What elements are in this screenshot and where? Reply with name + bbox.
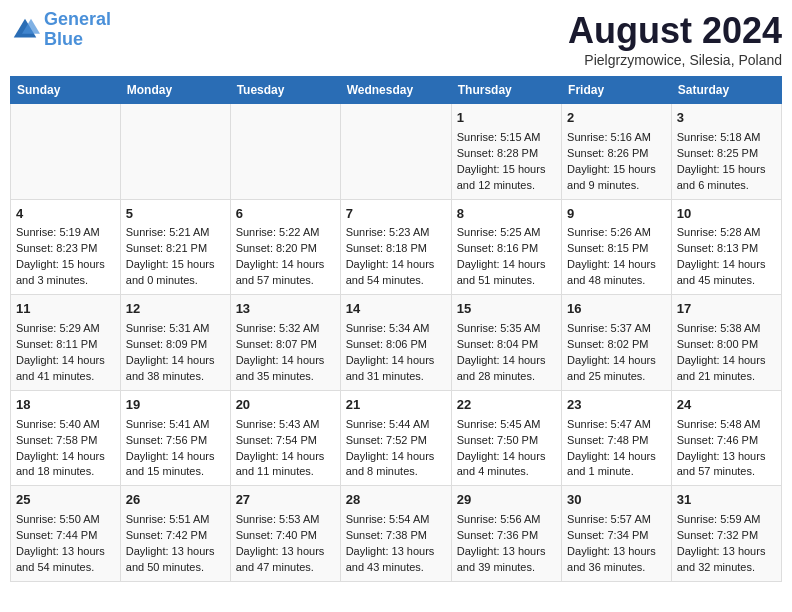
day-info: Sunset: 8:21 PM bbox=[126, 241, 225, 257]
day-info: Sunrise: 5:18 AM bbox=[677, 130, 776, 146]
day-number: 9 bbox=[567, 205, 666, 224]
day-info: Sunset: 7:36 PM bbox=[457, 528, 556, 544]
day-info: Sunset: 7:52 PM bbox=[346, 433, 446, 449]
day-info: and 36 minutes. bbox=[567, 560, 666, 576]
day-number: 16 bbox=[567, 300, 666, 319]
day-info: and 47 minutes. bbox=[236, 560, 335, 576]
location-subtitle: Pielgrzymowice, Silesia, Poland bbox=[568, 52, 782, 68]
day-info: Sunset: 8:00 PM bbox=[677, 337, 776, 353]
day-info: Sunrise: 5:50 AM bbox=[16, 512, 115, 528]
calendar-cell: 17Sunrise: 5:38 AMSunset: 8:00 PMDayligh… bbox=[671, 295, 781, 391]
day-info: Sunrise: 5:32 AM bbox=[236, 321, 335, 337]
weekday-header: Saturday bbox=[671, 77, 781, 104]
day-info: Daylight: 14 hours bbox=[16, 353, 115, 369]
day-info: Daylight: 13 hours bbox=[457, 544, 556, 560]
day-info: Sunrise: 5:26 AM bbox=[567, 225, 666, 241]
calendar-cell: 11Sunrise: 5:29 AMSunset: 8:11 PMDayligh… bbox=[11, 295, 121, 391]
day-number: 31 bbox=[677, 491, 776, 510]
day-info: Daylight: 13 hours bbox=[677, 449, 776, 465]
calendar-table: SundayMondayTuesdayWednesdayThursdayFrid… bbox=[10, 76, 782, 582]
calendar-cell: 26Sunrise: 5:51 AMSunset: 7:42 PMDayligh… bbox=[120, 486, 230, 582]
day-info: Sunrise: 5:37 AM bbox=[567, 321, 666, 337]
weekday-header: Tuesday bbox=[230, 77, 340, 104]
calendar-cell: 24Sunrise: 5:48 AMSunset: 7:46 PMDayligh… bbox=[671, 390, 781, 486]
day-info: Sunset: 8:02 PM bbox=[567, 337, 666, 353]
day-info: Sunset: 8:07 PM bbox=[236, 337, 335, 353]
day-number: 29 bbox=[457, 491, 556, 510]
day-info: Sunset: 8:06 PM bbox=[346, 337, 446, 353]
day-info: Sunrise: 5:23 AM bbox=[346, 225, 446, 241]
month-title: August 2024 bbox=[568, 10, 782, 52]
day-info: Sunrise: 5:59 AM bbox=[677, 512, 776, 528]
calendar-week-row: 1Sunrise: 5:15 AMSunset: 8:28 PMDaylight… bbox=[11, 104, 782, 200]
day-number: 30 bbox=[567, 491, 666, 510]
calendar-header: SundayMondayTuesdayWednesdayThursdayFrid… bbox=[11, 77, 782, 104]
day-info: Sunset: 8:15 PM bbox=[567, 241, 666, 257]
page-header: General Blue August 2024 Pielgrzymowice,… bbox=[10, 10, 782, 68]
day-info: and 39 minutes. bbox=[457, 560, 556, 576]
day-info: and 6 minutes. bbox=[677, 178, 776, 194]
day-info: Daylight: 13 hours bbox=[677, 544, 776, 560]
day-info: Daylight: 13 hours bbox=[567, 544, 666, 560]
day-number: 14 bbox=[346, 300, 446, 319]
day-info: Sunrise: 5:48 AM bbox=[677, 417, 776, 433]
day-info: Sunset: 8:04 PM bbox=[457, 337, 556, 353]
day-info: and 3 minutes. bbox=[16, 273, 115, 289]
day-number: 19 bbox=[126, 396, 225, 415]
day-number: 2 bbox=[567, 109, 666, 128]
calendar-cell bbox=[120, 104, 230, 200]
day-info: Daylight: 13 hours bbox=[16, 544, 115, 560]
day-info: and 57 minutes. bbox=[677, 464, 776, 480]
calendar-body: 1Sunrise: 5:15 AMSunset: 8:28 PMDaylight… bbox=[11, 104, 782, 582]
calendar-cell: 8Sunrise: 5:25 AMSunset: 8:16 PMDaylight… bbox=[451, 199, 561, 295]
day-info: Sunset: 8:25 PM bbox=[677, 146, 776, 162]
day-info: Sunset: 8:16 PM bbox=[457, 241, 556, 257]
day-info: Sunrise: 5:41 AM bbox=[126, 417, 225, 433]
calendar-cell: 6Sunrise: 5:22 AMSunset: 8:20 PMDaylight… bbox=[230, 199, 340, 295]
day-number: 18 bbox=[16, 396, 115, 415]
day-info: Sunset: 7:54 PM bbox=[236, 433, 335, 449]
day-info: Sunset: 7:48 PM bbox=[567, 433, 666, 449]
weekday-header: Sunday bbox=[11, 77, 121, 104]
day-info: and 54 minutes. bbox=[346, 273, 446, 289]
day-info: Sunrise: 5:31 AM bbox=[126, 321, 225, 337]
day-info: and 4 minutes. bbox=[457, 464, 556, 480]
header-row: SundayMondayTuesdayWednesdayThursdayFrid… bbox=[11, 77, 782, 104]
day-info: Sunrise: 5:53 AM bbox=[236, 512, 335, 528]
day-info: Sunrise: 5:28 AM bbox=[677, 225, 776, 241]
day-info: Daylight: 15 hours bbox=[457, 162, 556, 178]
day-info: Daylight: 14 hours bbox=[677, 257, 776, 273]
day-info: Sunset: 7:34 PM bbox=[567, 528, 666, 544]
day-info: and 21 minutes. bbox=[677, 369, 776, 385]
day-info: Sunset: 7:44 PM bbox=[16, 528, 115, 544]
day-number: 3 bbox=[677, 109, 776, 128]
calendar-cell: 3Sunrise: 5:18 AMSunset: 8:25 PMDaylight… bbox=[671, 104, 781, 200]
day-info: Sunset: 8:23 PM bbox=[16, 241, 115, 257]
day-number: 26 bbox=[126, 491, 225, 510]
day-info: Daylight: 15 hours bbox=[567, 162, 666, 178]
calendar-week-row: 11Sunrise: 5:29 AMSunset: 8:11 PMDayligh… bbox=[11, 295, 782, 391]
calendar-cell: 30Sunrise: 5:57 AMSunset: 7:34 PMDayligh… bbox=[562, 486, 672, 582]
day-info: and 15 minutes. bbox=[126, 464, 225, 480]
day-number: 28 bbox=[346, 491, 446, 510]
day-info: Sunset: 7:46 PM bbox=[677, 433, 776, 449]
logo-text: General Blue bbox=[44, 10, 111, 50]
day-info: Daylight: 14 hours bbox=[677, 353, 776, 369]
day-number: 12 bbox=[126, 300, 225, 319]
calendar-cell: 9Sunrise: 5:26 AMSunset: 8:15 PMDaylight… bbox=[562, 199, 672, 295]
day-number: 22 bbox=[457, 396, 556, 415]
day-number: 5 bbox=[126, 205, 225, 224]
day-info: Sunrise: 5:25 AM bbox=[457, 225, 556, 241]
day-info: and 35 minutes. bbox=[236, 369, 335, 385]
calendar-cell: 15Sunrise: 5:35 AMSunset: 8:04 PMDayligh… bbox=[451, 295, 561, 391]
day-info: Daylight: 14 hours bbox=[457, 257, 556, 273]
day-info: Daylight: 14 hours bbox=[346, 353, 446, 369]
day-info: Daylight: 14 hours bbox=[236, 257, 335, 273]
calendar-cell: 31Sunrise: 5:59 AMSunset: 7:32 PMDayligh… bbox=[671, 486, 781, 582]
calendar-cell: 22Sunrise: 5:45 AMSunset: 7:50 PMDayligh… bbox=[451, 390, 561, 486]
day-info: and 38 minutes. bbox=[126, 369, 225, 385]
day-info: Sunset: 8:28 PM bbox=[457, 146, 556, 162]
day-info: and 25 minutes. bbox=[567, 369, 666, 385]
day-info: Sunrise: 5:29 AM bbox=[16, 321, 115, 337]
day-info: and 57 minutes. bbox=[236, 273, 335, 289]
